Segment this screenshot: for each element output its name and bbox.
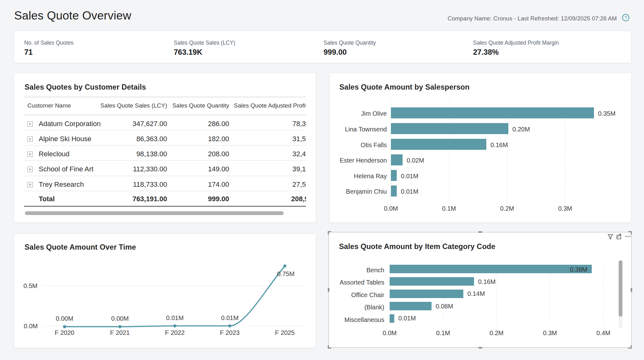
svg-text:0.20M: 0.20M [512,126,530,133]
svg-text:0.16M: 0.16M [490,141,508,148]
svg-text:0.02M: 0.02M [407,157,424,164]
svg-text:0.1M: 0.1M [442,205,456,212]
svg-text:0.35M: 0.35M [598,110,616,117]
svg-text:0.5M: 0.5M [24,282,37,289]
svg-text:0.3M: 0.3M [558,205,572,212]
svg-text:F 2020: F 2020 [55,329,74,336]
svg-text:F 2025: F 2025 [275,329,295,336]
svg-text:Jim Olive: Jim Olive [361,110,387,117]
svg-text:Otis Falls: Otis Falls [361,141,387,148]
svg-text:F 2021: F 2021 [110,329,130,336]
svg-text:F 2023: F 2023 [220,329,240,336]
svg-text:Lina Townsend: Lina Townsend [345,126,387,133]
svg-text:0.01M: 0.01M [401,173,419,180]
svg-text:F 2022: F 2022 [165,329,184,336]
svg-text:0.00M: 0.00M [56,315,73,322]
svg-text:0.01M: 0.01M [221,314,239,321]
svg-text:Benjamin Chiu: Benjamin Chiu [346,188,387,195]
svg-text:Helena Ray: Helena Ray [354,173,387,180]
svg-text:0.01M: 0.01M [401,188,419,195]
svg-text:0.2M: 0.2M [500,205,514,212]
svg-text:0.0M: 0.0M [384,205,398,212]
svg-text:Ester Henderson: Ester Henderson [340,157,387,164]
svg-text:0.00M: 0.00M [111,315,129,322]
svg-text:0.75M: 0.75M [277,270,295,277]
svg-text:?: ? [624,15,627,20]
svg-text:0.01M: 0.01M [166,314,184,321]
svg-text:0.0M: 0.0M [24,323,38,330]
